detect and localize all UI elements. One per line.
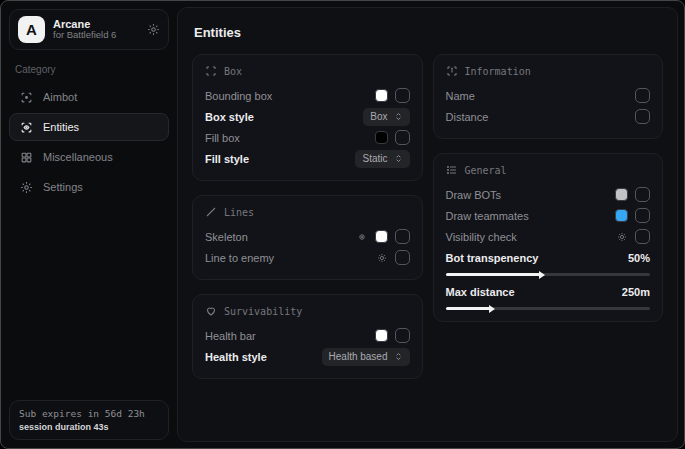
card-title: General — [465, 165, 507, 176]
max-distance-slider[interactable] — [446, 307, 651, 310]
sidebar-item-miscellaneous[interactable]: Miscellaneous — [9, 143, 169, 171]
setting-row-bounding-box: Bounding box — [205, 85, 410, 106]
options-gear-icon[interactable] — [356, 231, 368, 243]
checkbox[interactable] — [635, 88, 650, 103]
sidebar-nav: Aimbot Entities Miscellaneous Settings — [9, 83, 169, 201]
subscription-info-card: Sub expires in 56d 23h session duration … — [9, 400, 169, 440]
checkbox[interactable] — [635, 208, 650, 223]
sidebar-item-label: Settings — [43, 181, 83, 193]
survivability-card: Survivability Health bar Health style — [192, 294, 423, 379]
bot-transparency-slider-block: Bot transpenency 50% — [446, 248, 651, 276]
card-title: Box — [224, 66, 242, 77]
setting-label: Health style — [205, 351, 267, 363]
max-distance-slider-block: Max distance 250m — [446, 282, 651, 310]
setting-row-draw-bots: Draw BOTs — [446, 184, 651, 205]
box-card: Box Bounding box Box style Box — [192, 54, 423, 181]
unfold-icon — [394, 154, 403, 163]
lines-card-header: Lines — [205, 206, 410, 218]
checkbox[interactable] — [395, 229, 410, 244]
setting-row-health-bar: Health bar — [205, 325, 410, 346]
setting-row-distance: Distance — [446, 106, 651, 127]
setting-label: Distance — [446, 111, 489, 123]
lines-card: Lines Skeleton Line to enemy — [192, 195, 423, 280]
setting-row-name: Name — [446, 85, 651, 106]
setting-row-skeleton: Skeleton — [205, 226, 410, 247]
scan-eye-icon — [20, 121, 33, 134]
sidebar-item-label: Miscellaneous — [43, 151, 113, 163]
main-panel: Entities Box Bounding box — [177, 7, 678, 442]
setting-label: Bot transpenency — [446, 252, 539, 264]
checkbox[interactable] — [395, 250, 410, 265]
information-card: Information Name Distance — [433, 54, 664, 139]
information-icon — [446, 65, 458, 77]
setting-row-box-style: Box style Box — [205, 106, 410, 127]
information-card-header: Information — [446, 65, 651, 77]
checkbox[interactable] — [635, 229, 650, 244]
sidebar-item-label: Aimbot — [43, 91, 77, 103]
setting-label: Line to enemy — [205, 252, 274, 264]
setting-label: Bounding box — [205, 90, 272, 102]
sidebar-item-aimbot[interactable]: Aimbot — [9, 83, 169, 111]
sidebar-item-entities[interactable]: Entities — [9, 113, 169, 141]
category-label: Category — [15, 64, 169, 75]
setting-label: Max distance — [446, 286, 515, 298]
bot-transparency-slider[interactable] — [446, 273, 651, 276]
card-title: Information — [465, 66, 531, 77]
slider-value: 50% — [628, 252, 650, 264]
setting-row-line-to-enemy: Line to enemy — [205, 247, 410, 268]
grid-icon — [20, 151, 33, 164]
slider-thumb[interactable] — [539, 271, 545, 279]
box-style-dropdown[interactable]: Box — [363, 108, 409, 126]
general-card: General Draw BOTs Draw teammates — [433, 153, 664, 322]
color-swatch[interactable] — [615, 188, 628, 201]
session-duration-text: session duration 43s — [19, 422, 159, 432]
color-swatch[interactable] — [615, 209, 628, 222]
checkbox[interactable] — [395, 130, 410, 145]
card-title: Lines — [224, 207, 254, 218]
slider-fill — [446, 307, 491, 310]
gear-icon[interactable] — [147, 23, 160, 36]
setting-label: Draw teammates — [446, 210, 529, 222]
brand-text: Arcane for Battlefield 6 — [53, 18, 139, 42]
checkbox[interactable] — [635, 187, 650, 202]
color-swatch[interactable] — [375, 230, 388, 243]
box-corners-icon — [205, 65, 217, 77]
dropdown-value: Box — [370, 111, 387, 122]
color-swatch[interactable] — [375, 89, 388, 102]
slider-value: 250m — [622, 286, 650, 298]
options-gear-icon[interactable] — [616, 231, 628, 243]
fill-style-dropdown[interactable]: Static — [355, 150, 409, 168]
setting-label: Health bar — [205, 330, 256, 342]
dropdown-value: Health based — [329, 351, 388, 362]
checkbox[interactable] — [395, 328, 410, 343]
app-subtitle: for Battlefield 6 — [53, 30, 139, 41]
crosshair-icon — [20, 91, 33, 104]
card-title: Survivability — [224, 306, 302, 317]
sidebar: A Arcane for Battlefield 6 Category Aimb… — [1, 1, 177, 448]
sidebar-item-label: Entities — [43, 121, 79, 133]
options-gear-icon[interactable] — [376, 252, 388, 264]
slider-thumb[interactable] — [489, 305, 495, 313]
color-swatch[interactable] — [375, 131, 388, 144]
color-swatch[interactable] — [375, 329, 388, 342]
dropdown-value: Static — [362, 153, 387, 164]
checkbox[interactable] — [635, 109, 650, 124]
app-window: A Arcane for Battlefield 6 Category Aimb… — [0, 0, 685, 449]
unfold-icon — [394, 112, 403, 121]
sidebar-item-settings[interactable]: Settings — [9, 173, 169, 201]
unfold-icon — [394, 352, 403, 361]
heart-icon — [205, 305, 217, 317]
survivability-card-header: Survivability — [205, 305, 410, 317]
list-icon — [446, 164, 458, 176]
health-style-dropdown[interactable]: Health based — [322, 348, 410, 366]
setting-label: Fill box — [205, 132, 240, 144]
setting-row-fill-box: Fill box — [205, 127, 410, 148]
checkbox[interactable] — [395, 88, 410, 103]
setting-row-visibility-check: Visibility check — [446, 226, 651, 247]
slider-fill — [446, 273, 540, 276]
setting-label: Visibility check — [446, 231, 517, 243]
brand-card: A Arcane for Battlefield 6 — [9, 9, 169, 50]
setting-row-fill-style: Fill style Static — [205, 148, 410, 169]
setting-label: Draw BOTs — [446, 189, 502, 201]
setting-label: Box style — [205, 111, 254, 123]
